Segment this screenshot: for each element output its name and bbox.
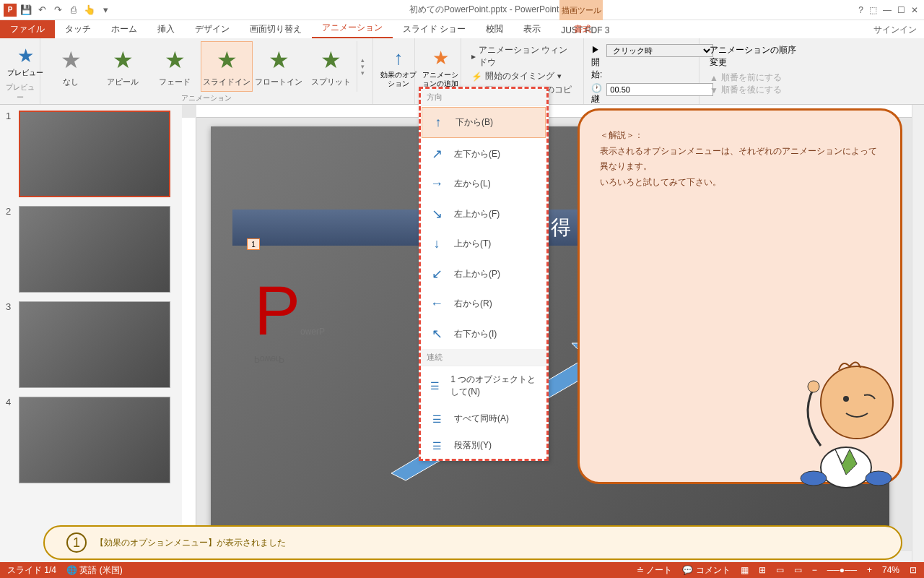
anim-slidein[interactable]: ★スライドイン (201, 41, 253, 92)
zoom-in-icon[interactable]: + (867, 565, 872, 575)
anim-split[interactable]: ★スプリット (305, 41, 357, 92)
reorder-earlier-button[interactable]: ▲ 順番を前にする (710, 72, 798, 84)
tab-animations[interactable]: アニメーション (312, 19, 393, 38)
reorder-later-button[interactable]: ▼ 順番を後にする (710, 84, 798, 96)
dd-from-bottom[interactable]: ↑下から(B) (422, 107, 546, 138)
step-number: 1 (66, 532, 87, 553)
thumbnail-4[interactable]: 4 (6, 397, 176, 483)
effect-options-button[interactable]: ↑ 効果のオプション (378, 41, 419, 93)
gallery-more-button[interactable]: ▴▾▾ (357, 41, 368, 92)
touch-mode-icon[interactable]: 👆 (82, 3, 97, 17)
zoom-slider[interactable]: ──●── (827, 565, 857, 575)
dd-from-bottomright[interactable]: ↖右下から(I) (421, 319, 546, 349)
vertical-ruler (182, 118, 196, 562)
arrow-upright-icon: ↗ (430, 146, 444, 162)
star-fade-icon: ★ (165, 46, 186, 74)
dd-as-one-object[interactable]: ☰1 つのオブジェクトとして(N) (421, 366, 546, 405)
tab-touch[interactable]: タッチ (55, 20, 101, 38)
anim-appear[interactable]: ★アピール (97, 41, 149, 92)
reading-view-icon[interactable]: ▭ (776, 565, 784, 575)
ribbon-group-effect-options: ↑ 効果のオプション (373, 38, 415, 104)
anim-none[interactable]: ★なし (45, 41, 97, 92)
ribbon-group-timing: ▶ 開始: クリック時 🕐 継続時間: 🕐 遅延: タイミング (584, 38, 699, 104)
animation-gallery: ★なし ★アピール ★フェード ★スライドイン ★フロートイン ★スプリット ▴… (45, 41, 368, 92)
explanation-callout: ＜解説＞： 表示されるオプションメニューは、それぞれのアニメーションによって異な… (578, 108, 902, 484)
tab-home[interactable]: ホーム (101, 20, 147, 38)
qat-btn-icon[interactable]: ⎙ (66, 3, 81, 17)
step-text: 【効果のオプションメニュー】が表示されました (95, 537, 286, 549)
slide-thumbnail-panel: 1 2 3 4 (0, 105, 182, 562)
slide-counter[interactable]: スライド 1/4 (7, 564, 56, 577)
tab-format[interactable]: 書式 (559, 20, 606, 38)
arrow-right-icon: → (430, 176, 444, 191)
start-select[interactable]: クリック時 (606, 44, 713, 57)
thumbnail-1[interactable]: 1 (6, 111, 176, 197)
notes-button[interactable]: ≐ ノート (637, 564, 672, 577)
fit-to-window-icon[interactable]: ⊡ (910, 565, 917, 575)
ribbon-group-animation: ★なし ★アピール ★フェード ★スライドイン ★フロートイン ★スプリット ▴… (40, 38, 373, 104)
arrow-down-icon: ↓ (430, 236, 444, 251)
text-reflection: PowerP (254, 343, 284, 403)
animation-pane-button[interactable]: ▸アニメーション ウィンドウ (471, 44, 573, 69)
tab-design[interactable]: デザイン (185, 20, 240, 38)
pane-icon: ▸ (471, 51, 476, 61)
tab-view[interactable]: 表示 (513, 20, 551, 38)
arrow-left-icon: ← (430, 296, 444, 311)
language-indicator[interactable]: 🌐 英語 (米国) (66, 564, 123, 577)
tab-insert[interactable]: 挿入 (147, 20, 185, 38)
animation-indicator[interactable]: 1 (247, 238, 260, 250)
svg-point-1 (843, 396, 849, 402)
save-icon[interactable]: 💾 (19, 3, 33, 17)
ribbon-tabs: ファイル タッチ ホーム 挿入 デザイン 画面切り替え アニメーション スライド… (0, 20, 924, 38)
add-star-icon: ★ (432, 47, 449, 69)
dd-from-left[interactable]: →左から(L) (421, 169, 546, 199)
duration-input[interactable] (606, 83, 713, 96)
vertical-scrollbar[interactable] (912, 105, 924, 562)
tab-slideshow[interactable]: スライド ショー (393, 20, 476, 38)
zoom-level[interactable]: 74% (882, 565, 899, 575)
thumbnail-3[interactable]: 3 (6, 301, 176, 388)
slide-main-text[interactable]: PowerP (254, 271, 325, 350)
redo-icon[interactable]: ↷ (51, 3, 65, 17)
add-animation-button[interactable]: ★ アニメーションの追加 (419, 41, 461, 93)
maximize-icon[interactable]: ☐ (897, 5, 905, 15)
arrow-downleft-icon: ↙ (430, 266, 444, 282)
anim-floatin[interactable]: ★フロートイン (253, 41, 305, 92)
tab-file[interactable]: ファイル (0, 20, 55, 38)
star-slidein-icon: ★ (217, 46, 237, 74)
svg-point-4 (866, 471, 892, 486)
tab-review[interactable]: 校閲 (476, 20, 513, 38)
sorter-view-icon[interactable]: ⊞ (759, 565, 766, 575)
svg-point-5 (808, 381, 819, 392)
status-bar: スライド 1/4 🌐 英語 (米国) ≐ ノート 💬 コメント ▦ ⊞ ▭ ▭ … (0, 562, 924, 578)
signin-link[interactable]: サインイン (873, 24, 917, 36)
dd-by-paragraph[interactable]: ☰段落別(Y) (421, 432, 546, 459)
ribbon-options-icon[interactable]: ⬚ (869, 5, 877, 15)
star-split-icon: ★ (321, 46, 341, 74)
help-icon[interactable]: ? (858, 5, 863, 15)
comments-button[interactable]: 💬 コメント (682, 564, 730, 577)
arrow-downright-icon: ↘ (430, 206, 444, 222)
dd-all-at-once[interactable]: ☰すべて同時(A) (421, 405, 546, 432)
zoom-out-icon[interactable]: − (812, 565, 817, 575)
minimize-icon[interactable]: — (883, 5, 892, 15)
trigger-button[interactable]: ⚡開始のタイミング ▾ (471, 70, 573, 82)
thumb-preview-1 (19, 111, 170, 197)
dd-from-right[interactable]: ←右から(R) (421, 289, 546, 319)
qat-more-icon[interactable]: ▾ (98, 3, 113, 17)
list-single-icon: ☰ (430, 380, 440, 392)
close-icon[interactable]: ✕ (911, 5, 918, 15)
anim-fade[interactable]: ★フェード (149, 41, 201, 92)
dd-from-topright[interactable]: ↙右上から(P) (421, 259, 546, 289)
thumbnail-2[interactable]: 2 (6, 206, 176, 293)
dd-from-topleft[interactable]: ↘左上から(F) (421, 199, 546, 229)
svg-point-3 (801, 471, 827, 486)
dd-from-bottomleft[interactable]: ↗左下から(E) (421, 139, 546, 169)
chevron-more-icon: ▾ (357, 70, 368, 77)
normal-view-icon[interactable]: ▦ (741, 565, 749, 575)
tab-transitions[interactable]: 画面切り替え (240, 20, 312, 38)
dd-from-top[interactable]: ↓上から(T) (421, 229, 546, 259)
undo-icon[interactable]: ↶ (35, 3, 49, 17)
slideshow-view-icon[interactable]: ▭ (794, 565, 802, 575)
preview-star-icon: ★ (17, 45, 34, 67)
